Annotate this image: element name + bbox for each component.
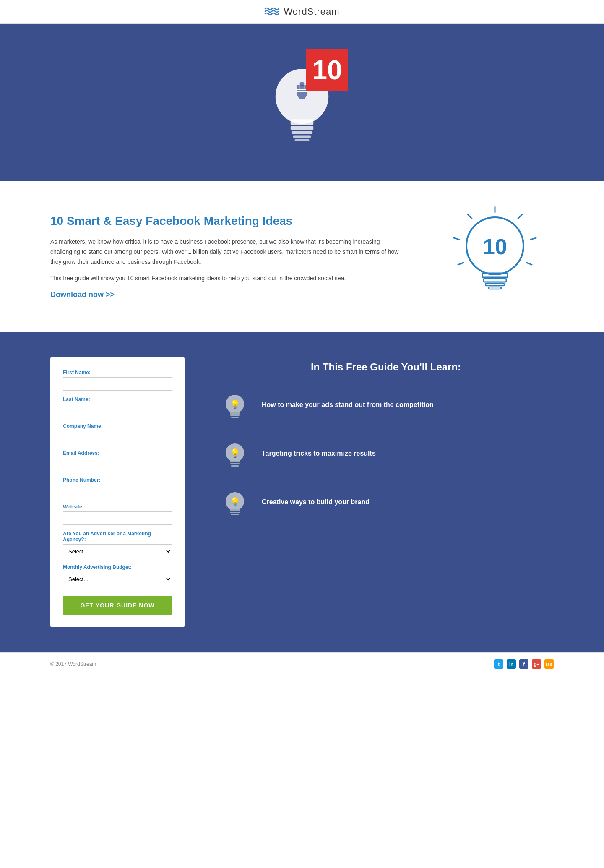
learn-text-3: Creative ways to build your brand bbox=[262, 498, 370, 507]
svg-rect-4 bbox=[293, 135, 311, 137]
learn-bulb-icon-2: 💡 bbox=[218, 437, 252, 470]
svg-rect-2 bbox=[291, 126, 314, 130]
first-name-label: First Name: bbox=[63, 370, 172, 375]
content-bulb-icon: 10 bbox=[440, 206, 549, 307]
svg-rect-3 bbox=[292, 131, 312, 134]
svg-text:💡: 💡 bbox=[230, 497, 240, 507]
svg-text:💡: 💡 bbox=[230, 448, 240, 458]
facebook-icon[interactable]: f bbox=[519, 659, 528, 669]
svg-rect-19 bbox=[484, 279, 506, 282]
svg-point-6 bbox=[300, 82, 305, 86]
website-field: Website: bbox=[63, 504, 172, 525]
svg-rect-29 bbox=[230, 461, 240, 462]
social-links: t in f g+ rss bbox=[494, 659, 554, 669]
svg-rect-1 bbox=[291, 119, 314, 125]
phone-input[interactable] bbox=[63, 485, 172, 498]
content-right: 10 bbox=[436, 206, 554, 307]
footer-copyright: © 2017 WordStream bbox=[50, 661, 96, 667]
svg-rect-26 bbox=[231, 417, 239, 418]
last-name-input[interactable] bbox=[63, 404, 172, 417]
learn-text-2: Targeting tricks to maximize results bbox=[262, 449, 376, 458]
bottom-section: First Name: Last Name: Company Name: Ema… bbox=[0, 332, 604, 652]
submit-button[interactable]: GET YOUR GUIDE NOW bbox=[63, 596, 172, 615]
svg-line-14 bbox=[454, 238, 459, 240]
linkedin-icon[interactable]: in bbox=[507, 659, 516, 669]
svg-text:10: 10 bbox=[483, 235, 507, 259]
svg-line-15 bbox=[458, 263, 463, 265]
svg-rect-34 bbox=[230, 509, 240, 511]
content-left: 10 Smart & Easy Facebook Marketing Ideas… bbox=[50, 214, 411, 300]
learn-bulb-icon-3: 💡 bbox=[218, 485, 252, 519]
hero-bulb-container: 10 bbox=[260, 49, 344, 158]
rss-icon[interactable]: rss bbox=[544, 659, 554, 669]
company-label: Company Name: bbox=[63, 423, 172, 429]
company-field: Company Name: bbox=[63, 423, 172, 444]
learn-section: In This Free Guide You'll Learn: 💡 How t… bbox=[218, 357, 554, 534]
svg-rect-5 bbox=[295, 139, 310, 141]
last-name-field: Last Name: bbox=[63, 396, 172, 417]
google-plus-icon[interactable]: g+ bbox=[532, 659, 541, 669]
svg-rect-24 bbox=[230, 412, 240, 414]
first-name-input[interactable] bbox=[63, 377, 172, 391]
content-title: 10 Smart & Easy Facebook Marketing Ideas bbox=[50, 214, 411, 229]
learn-text-1: How to make your ads stand out from the … bbox=[262, 400, 434, 409]
footer: © 2017 WordStream t in f g+ rss bbox=[0, 652, 604, 675]
website-input[interactable] bbox=[63, 511, 172, 525]
learn-bulb-icon-1: 💡 bbox=[218, 388, 252, 422]
content-section: 10 Smart & Easy Facebook Marketing Ideas… bbox=[0, 181, 604, 332]
form-container: First Name: Last Name: Company Name: Ema… bbox=[50, 357, 185, 627]
svg-line-12 bbox=[526, 263, 532, 265]
hero-badge: 10 bbox=[306, 49, 348, 91]
budget-label: Monthly Advertising Budget: bbox=[63, 564, 172, 570]
email-field: Email Address: bbox=[63, 450, 172, 471]
header: WordStream bbox=[0, 0, 604, 24]
website-label: Website: bbox=[63, 504, 172, 510]
svg-rect-21 bbox=[489, 287, 501, 289]
budget-select[interactable]: Select... Under $1,000 $1,000 - $5,000 $… bbox=[63, 572, 172, 586]
phone-field: Phone Number: bbox=[63, 477, 172, 498]
advertiser-select[interactable]: Select... Advertiser Marketing Agency Bo… bbox=[63, 544, 172, 558]
svg-line-11 bbox=[531, 238, 536, 240]
learn-item-3: 💡 Creative ways to build your brand bbox=[218, 485, 554, 519]
learn-item-2: 💡 Targeting tricks to maximize results bbox=[218, 437, 554, 470]
svg-rect-20 bbox=[486, 283, 504, 286]
logo-text: WordStream bbox=[284, 6, 339, 17]
svg-rect-31 bbox=[231, 465, 239, 467]
last-name-label: Last Name: bbox=[63, 396, 172, 402]
svg-line-13 bbox=[468, 214, 472, 219]
download-link[interactable]: Download now >> bbox=[50, 290, 115, 299]
advertiser-field: Are You an Advertiser or a Marketing Age… bbox=[63, 531, 172, 558]
first-name-field: First Name: bbox=[63, 370, 172, 391]
budget-field: Monthly Advertising Budget: Select... Un… bbox=[63, 564, 172, 586]
hero-section: 10 bbox=[0, 24, 604, 181]
learn-title: In This Free Guide You'll Learn: bbox=[218, 361, 554, 373]
svg-rect-30 bbox=[230, 463, 240, 464]
svg-rect-35 bbox=[230, 512, 240, 513]
twitter-icon[interactable]: t bbox=[494, 659, 503, 669]
advertiser-label: Are You an Advertiser or a Marketing Age… bbox=[63, 531, 172, 542]
content-body-2: This free guide will show you 10 smart F… bbox=[50, 274, 411, 284]
svg-text:💡: 💡 bbox=[230, 399, 240, 409]
logo-waves-icon bbox=[264, 6, 279, 18]
content-body-1: As marketers, we know how critical it is… bbox=[50, 237, 411, 267]
svg-line-10 bbox=[518, 214, 522, 219]
company-input[interactable] bbox=[63, 431, 172, 444]
svg-rect-25 bbox=[230, 414, 240, 416]
email-label: Email Address: bbox=[63, 450, 172, 456]
logo: WordStream bbox=[264, 6, 339, 18]
learn-item-1: 💡 How to make your ads stand out from th… bbox=[218, 388, 554, 422]
phone-label: Phone Number: bbox=[63, 477, 172, 483]
svg-rect-36 bbox=[231, 514, 239, 515]
email-input[interactable] bbox=[63, 458, 172, 471]
